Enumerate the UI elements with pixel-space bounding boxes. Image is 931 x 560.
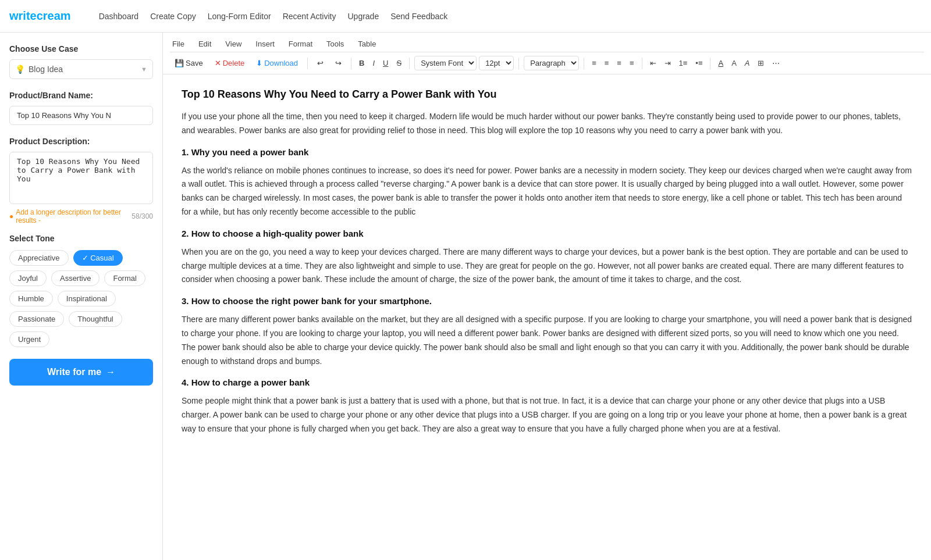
editor-heading-1: 1. Why you need a power bank [182, 147, 912, 157]
sidebar: Choose Use Case 💡 Blog Idea ▼ Product/Br… [0, 33, 163, 560]
editor-heading-5: 3. How to choose the right power bank fo… [182, 296, 912, 306]
editor-heading-7: 4. How to charge a power bank [182, 377, 912, 387]
underline-button[interactable]: U [380, 57, 391, 69]
menu-item-file[interactable]: File [170, 38, 187, 49]
add-description-hint: ● Add a longer description for better re… [9, 208, 132, 224]
font-size-select[interactable]: 12pt [479, 56, 514, 70]
editor-content[interactable]: Top 10 Reasons Why You Need to Carry a P… [163, 74, 931, 560]
product-name-input[interactable] [9, 106, 153, 125]
arrow-icon: → [106, 367, 115, 377]
delete-button[interactable]: ✕ Delete [210, 56, 250, 70]
write-for-me-button[interactable]: Write for me → [9, 359, 153, 386]
logo-write: write [9, 9, 37, 22]
sep2 [351, 58, 351, 69]
logo-cream: cream [37, 9, 71, 22]
nav-link-send-feedback[interactable]: Send Feedback [386, 9, 452, 23]
editor-heading-3: 2. How to choose a high-quality power ba… [182, 229, 912, 238]
indent-button[interactable]: ⇥ [662, 57, 674, 69]
align-justify-button[interactable]: ≡ [627, 57, 637, 69]
strikethrough-button[interactable]: S [393, 57, 404, 69]
sep6 [642, 58, 642, 69]
sep1 [307, 58, 308, 69]
download-icon: ⬇ [256, 59, 262, 67]
top-nav: writecream DashboardCreate CopyLong-Form… [0, 0, 931, 33]
sep7 [710, 58, 710, 69]
editor-title: Top 10 Reasons Why You Need to Carry a P… [182, 88, 912, 101]
main-layout: Choose Use Case 💡 Blog Idea ▼ Product/Br… [0, 33, 931, 560]
align-right-button[interactable]: ≡ [614, 57, 624, 69]
editor-paragraph-0: If you use your phone all the time, then… [182, 110, 912, 138]
download-button[interactable]: ⬇ Download [251, 56, 303, 70]
logo: writecream [9, 9, 71, 23]
hint-text: Add a longer description for better resu… [16, 208, 132, 224]
editor-paragraph-8: Some people might think that a power ban… [182, 394, 912, 436]
download-label: Download [264, 59, 298, 67]
char-count-row: ● Add a longer description for better re… [9, 208, 153, 224]
editor-paragraph-4: When you are on the go, you need a way t… [182, 245, 912, 287]
write-btn-label: Write for me [47, 367, 101, 377]
tone-tag-assertive[interactable]: Assertive [51, 270, 100, 286]
bold-button[interactable]: B [356, 57, 367, 69]
delete-icon: ✕ [215, 59, 221, 67]
save-button[interactable]: 💾 Save [170, 56, 208, 70]
paragraph-style-select[interactable]: Paragraph [524, 56, 579, 70]
nav-links: DashboardCreate CopyLong-Form EditorRece… [94, 9, 922, 23]
table-button[interactable]: ⊞ [755, 57, 767, 69]
nav-link-create-copy[interactable]: Create Copy [145, 9, 201, 23]
nav-link-recent-activity[interactable]: Recent Activity [278, 9, 341, 23]
menu-item-edit[interactable]: Edit [196, 38, 214, 49]
sep3 [409, 58, 410, 69]
tone-tags: Appreciative✓ CasualJoyfulAssertiveForma… [9, 250, 153, 347]
nav-link-dashboard[interactable]: Dashboard [94, 9, 144, 23]
font-family-select[interactable]: System Font [414, 56, 477, 70]
redo-button[interactable]: ↪ [331, 56, 346, 70]
tone-tag-inspirational[interactable]: Inspirational [58, 291, 116, 306]
outdent-button[interactable]: ⇤ [647, 57, 659, 69]
save-label: Save [186, 59, 203, 67]
tone-tag-appreciative[interactable]: Appreciative [9, 250, 69, 266]
tone-tag-casual[interactable]: ✓ Casual [73, 250, 123, 266]
tone-tag-joyful[interactable]: Joyful [9, 270, 47, 286]
clear-format-button[interactable]: A [742, 57, 753, 69]
select-tone-title: Select Tone [9, 234, 153, 243]
product-desc-textarea[interactable]: Top 10 Reasons Why You Need to Carry a P… [9, 152, 153, 204]
product-desc-title: Product Description: [9, 137, 153, 146]
menu-item-table[interactable]: Table [356, 38, 378, 49]
menu-bar: FileEditViewInsertFormatToolsTable [170, 36, 924, 52]
menu-item-insert[interactable]: Insert [253, 38, 277, 49]
toolbar-actions: 💾 Save ✕ Delete ⬇ Download ↩ ↪ [170, 56, 924, 70]
align-center-button[interactable]: ≡ [602, 57, 612, 69]
save-icon: 💾 [175, 59, 184, 67]
sep5 [584, 58, 584, 69]
tone-tag-urgent[interactable]: Urgent [9, 331, 49, 347]
menu-item-tools[interactable]: Tools [324, 38, 346, 49]
undo-button[interactable]: ↩ [312, 56, 328, 70]
editor-paragraph-6: There are many different power banks ava… [182, 313, 912, 368]
italic-button[interactable]: I [369, 57, 378, 69]
sep4 [518, 58, 519, 69]
highlight-button[interactable]: A [729, 57, 740, 69]
use-case-select-wrapper: 💡 Blog Idea ▼ [9, 59, 153, 79]
more-button[interactable]: ⋯ [769, 57, 783, 69]
lightbulb-icon: 💡 [15, 65, 25, 74]
orange-dot: ● [9, 212, 13, 220]
nav-link-upgrade[interactable]: Upgrade [343, 9, 383, 23]
tone-tag-formal[interactable]: Formal [104, 270, 145, 286]
text-color-button[interactable]: A [715, 57, 726, 69]
tone-tag-thoughtful[interactable]: Thoughtful [69, 311, 122, 327]
menu-item-view[interactable]: View [223, 38, 244, 49]
menu-toolbar: FileEditViewInsertFormatToolsTable 💾 Sav… [163, 33, 931, 74]
tone-tag-humble[interactable]: Humble [9, 291, 53, 306]
align-left-button[interactable]: ≡ [589, 57, 599, 69]
product-name-title: Product/Brand Name: [9, 91, 153, 100]
unordered-list-button[interactable]: •≡ [692, 57, 705, 69]
editor-area: FileEditViewInsertFormatToolsTable 💾 Sav… [163, 33, 931, 560]
chevron-down-icon: ▼ [141, 66, 147, 73]
tone-tag-passionate[interactable]: Passionate [9, 311, 64, 327]
menu-item-format[interactable]: Format [286, 38, 315, 49]
char-count: 58/300 [132, 212, 153, 220]
use-case-select[interactable]: Blog Idea [9, 59, 153, 79]
editor-paragraph-2: As the world's reliance on mobile phones… [182, 164, 912, 219]
nav-link-long-form-editor[interactable]: Long-Form Editor [203, 9, 276, 23]
ordered-list-button[interactable]: 1≡ [676, 57, 691, 69]
